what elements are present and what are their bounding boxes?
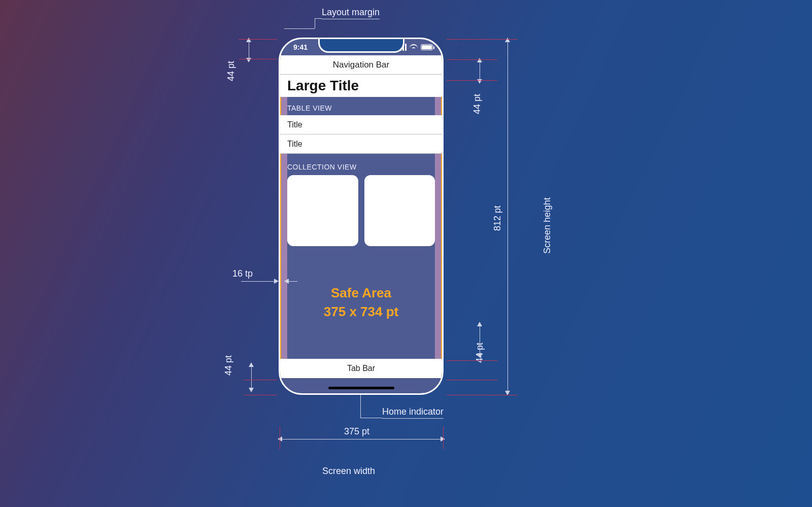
dim-tick [447,380,497,380]
dim-line [281,439,442,440]
dim-layout-margin: 16 tp [232,268,253,279]
arrow-up-icon [249,362,254,367]
dim-tick [280,426,280,449]
arrow-left-icon [284,279,289,284]
dim-tick [447,360,497,361]
table-row[interactable]: Title [280,115,442,134]
navigation-bar[interactable]: Navigation Bar [280,55,442,75]
callout-screen-width: Screen width [322,466,375,477]
dim-line [507,41,508,393]
dim-line [480,325,480,355]
phone-frame: 9:41 Navigation Bar Large Title TABLE VI… [279,38,444,395]
dim-tick [447,59,497,60]
dim-tick [239,59,277,59]
dim-line [251,365,252,390]
arrow-up-icon [477,58,482,62]
dim-screen-width: 375 pt [344,426,369,437]
status-time: 9:41 [293,43,308,51]
callout-leader [315,18,315,28]
dim-tick [244,380,277,380]
dim-status-bar-height: 44 pt [226,61,236,81]
home-indicator[interactable] [328,387,394,389]
callout-leader [315,18,322,19]
dim-tick [447,395,518,395]
collection-cell[interactable] [287,175,358,246]
callout-leader [360,395,361,418]
dim-navbar-height: 44 pt [472,94,483,114]
callout-home-indicator: Home indicator [382,407,444,419]
battery-icon [421,44,433,50]
dim-tick [239,39,277,40]
arrow-right-icon [274,279,279,284]
dim-tick [447,39,518,40]
collection-view [280,175,442,246]
arrow-up-icon [246,38,251,42]
collection-cell[interactable] [364,175,435,246]
tab-bar[interactable]: Tab Bar [280,359,442,378]
arrow-up-icon [505,38,510,42]
callout-screen-height: Screen height [542,197,553,254]
safe-area-line2: 375 x 734 pt [324,304,398,320]
arrow-up-icon [477,322,482,326]
table-row[interactable]: Title [280,134,442,154]
callout-leader [284,28,315,29]
collection-header: COLLECTION VIEW [280,154,442,175]
table-header: TABLE VIEW [280,97,442,115]
large-title: Large Title [280,75,442,97]
phone-content: Navigation Bar Large Title TABLE VIEW Ti… [280,55,442,378]
callout-layout-margin: Layout margin [322,7,380,19]
dim-line [480,60,480,81]
wifi-icon [410,44,418,50]
arrow-down-icon [477,353,482,358]
dim-screen-height: 812 pt [492,206,503,231]
arrow-down-icon [249,388,254,392]
callout-leader [360,418,382,418]
phone-notch [318,38,404,53]
safe-area-label: Safe Area 375 x 734 pt [280,246,442,359]
dim-tick [443,426,444,449]
dim-tick [447,80,497,81]
dim-home-inset-left: 44 pt [223,355,234,376]
dim-line [287,281,297,282]
safe-area-line1: Safe Area [331,285,391,301]
dim-line [241,281,276,282]
dim-tick [244,395,277,395]
dim-line [249,40,249,60]
